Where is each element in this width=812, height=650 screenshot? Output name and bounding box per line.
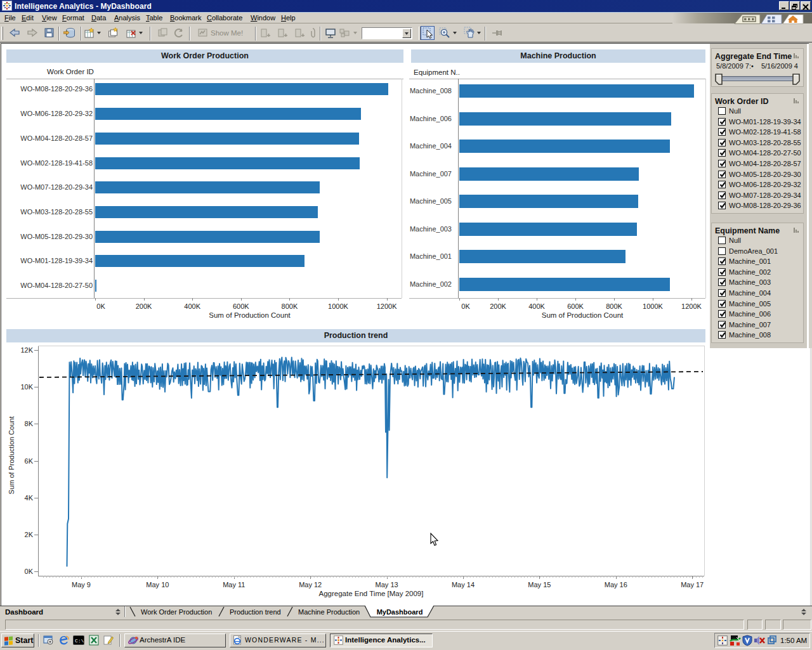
- svg-text:C:\: C:\: [75, 638, 84, 644]
